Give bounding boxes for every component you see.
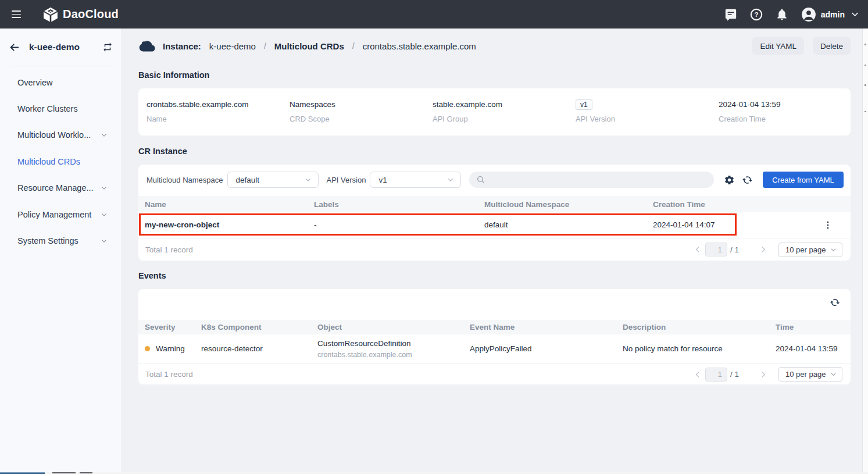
field-api-version: v1 API Version xyxy=(576,100,719,136)
chevron-down-icon xyxy=(100,211,108,219)
events-table-header: Severity K8s Component Object Event Name… xyxy=(138,320,851,334)
sidebar-item-multicloud-workloads[interactable]: Multicloud Worklo... xyxy=(0,122,121,148)
cell-component: resource-detector xyxy=(195,334,311,363)
col-description: Description xyxy=(616,320,769,334)
field-name: crontabs.stable.example.com Name xyxy=(147,100,290,136)
search-input[interactable] xyxy=(490,176,707,184)
breadcrumb-multicloud-crds[interactable]: Multicloud CRDs xyxy=(274,41,344,51)
breadcrumb-crd-name: crontabs.stable.example.com xyxy=(363,41,476,51)
events-table-row: Warning resource-detector CustomResource… xyxy=(138,334,851,363)
edit-yaml-button[interactable]: Edit YAML xyxy=(752,37,804,55)
per-page-select[interactable]: 10 per page xyxy=(778,243,842,257)
prev-page-icon[interactable] xyxy=(693,245,702,254)
cr-instance-title: CR Instance xyxy=(138,147,851,156)
field-api-group: stable.example.com API Group xyxy=(433,100,576,136)
api-version-tag: v1 xyxy=(576,99,592,110)
chevron-down-icon xyxy=(830,246,837,254)
cell-creation-time: 2024-01-04 14:07 xyxy=(646,212,816,238)
col-object: Object xyxy=(311,320,463,334)
chevron-down-icon xyxy=(446,176,455,184)
col-k8s-component: K8s Component xyxy=(195,320,311,334)
per-page-select[interactable]: 10 per page xyxy=(778,367,842,382)
back-arrow-icon[interactable] xyxy=(9,42,20,53)
user-avatar-icon[interactable] xyxy=(801,7,816,22)
scroll-artifact xyxy=(865,44,866,45)
topbar: DaoCloud ? xyxy=(0,0,868,28)
col-labels: Labels xyxy=(308,196,478,212)
cell-name[interactable]: my-new-cron-object xyxy=(138,212,308,238)
sidebar: k-uee-demo Overview Worker Clusters Mult… xyxy=(0,28,122,472)
sidebar-item-resource-management[interactable]: Resource Manage... xyxy=(0,175,121,201)
chevron-down-icon xyxy=(304,176,312,184)
sliver-mark xyxy=(52,472,76,473)
refresh-icon[interactable] xyxy=(742,174,753,186)
help-icon[interactable]: ? xyxy=(750,8,763,21)
daocloud-logo-icon xyxy=(42,6,59,23)
svg-text:?: ? xyxy=(754,11,758,18)
sidebar-item-system-settings[interactable]: System Settings xyxy=(0,227,121,254)
basic-information-title: Basic Information xyxy=(138,71,851,80)
create-from-yaml-button[interactable]: Create from YAML xyxy=(763,172,844,188)
breadcrumb-instance[interactable]: k-uee-demo xyxy=(209,41,256,51)
search-icon xyxy=(476,175,485,184)
search-box[interactable] xyxy=(469,172,714,188)
scroll-artifact xyxy=(865,111,866,112)
cr-instance-card: Multicloud Namespace default API Version… xyxy=(138,165,851,261)
user-menu-chevron-icon[interactable] xyxy=(851,10,859,19)
sliver-mark xyxy=(80,472,92,473)
cluster-name: k-uee-demo xyxy=(29,42,80,52)
messages-icon[interactable] xyxy=(724,8,737,21)
col-time: Time xyxy=(769,320,851,334)
cr-total-records: Total 1 record xyxy=(145,245,193,254)
col-namespace: Multicloud Namespace xyxy=(478,196,646,212)
delete-button[interactable]: Delete xyxy=(813,37,851,55)
chevron-down-icon xyxy=(100,131,108,139)
brand-logo[interactable]: DaoCloud xyxy=(42,6,119,23)
column-settings-icon[interactable] xyxy=(724,174,735,186)
api-version-select[interactable]: v1 xyxy=(370,172,461,188)
menu-toggle-icon[interactable] xyxy=(12,8,24,21)
next-page-icon[interactable] xyxy=(759,245,768,254)
sidebar-item-overview[interactable]: Overview xyxy=(0,69,121,95)
col-event-name: Event Name xyxy=(463,320,616,334)
sidebar-item-multicloud-crds[interactable]: Multicloud CRDs xyxy=(0,148,121,174)
col-actions xyxy=(816,196,851,212)
page-number-input[interactable]: 1 xyxy=(705,368,727,382)
brand-name: DaoCloud xyxy=(63,8,119,21)
page-number-input[interactable]: 1 xyxy=(705,243,727,256)
scroll-artifact xyxy=(865,65,866,66)
namespace-filter-label: Multicloud Namespace xyxy=(147,176,223,184)
sidebar-item-worker-clusters[interactable]: Worker Clusters xyxy=(0,95,121,122)
cell-severity: Warning xyxy=(156,344,185,353)
prev-page-icon[interactable] xyxy=(693,370,702,379)
col-name: Name xyxy=(138,196,308,212)
namespace-select[interactable]: default xyxy=(227,172,319,188)
field-creation-time: 2024-01-04 13:59 Creation Time xyxy=(719,100,842,136)
row-actions-kebab-icon[interactable] xyxy=(823,220,844,230)
sidebar-item-policy-management[interactable]: Policy Management xyxy=(0,201,121,227)
switch-cluster-icon[interactable] xyxy=(102,42,113,52)
scrollbar-track[interactable] xyxy=(862,28,868,472)
chevron-down-icon xyxy=(830,370,837,378)
username[interactable]: admin xyxy=(821,10,845,19)
cell-labels: - xyxy=(308,212,478,238)
api-version-filter-label: API Version xyxy=(327,176,366,184)
cell-time: 2024-01-04 13:59 xyxy=(769,334,851,363)
events-total-records: Total 1 record xyxy=(145,370,193,379)
events-refresh-icon[interactable] xyxy=(830,297,840,308)
cell-namespace: default xyxy=(478,212,646,238)
scroll-artifact xyxy=(865,84,866,86)
next-page-icon[interactable] xyxy=(759,370,768,379)
warning-dot-icon xyxy=(145,346,150,351)
col-creation-time: Creation Time xyxy=(646,196,816,212)
page-count: / 1 xyxy=(730,370,759,379)
field-crd-scope: Namespaces CRD Scope xyxy=(290,100,433,136)
notifications-icon[interactable] xyxy=(776,8,788,21)
chevron-down-icon xyxy=(100,184,108,192)
main-content: Instance: k-uee-demo / Multicloud CRDs /… xyxy=(122,28,862,472)
events-title: Events xyxy=(138,272,851,280)
cell-object: CustomResourceDefinition crontabs.stable… xyxy=(311,334,463,363)
cr-table-row[interactable]: my-new-cron-object - default 2024-01-04 … xyxy=(138,212,851,238)
breadcrumb-separator: / xyxy=(264,41,266,51)
cell-event-name: ApplyPolicyFailed xyxy=(463,334,616,363)
